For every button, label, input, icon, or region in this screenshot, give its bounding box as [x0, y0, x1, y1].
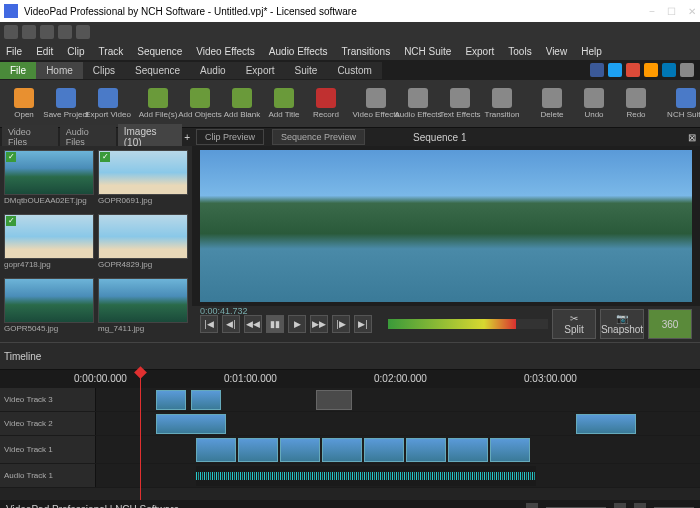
- menu-file[interactable]: File: [6, 46, 22, 57]
- zoom-in-icon[interactable]: [614, 503, 626, 508]
- record-button[interactable]: Record: [306, 82, 346, 126]
- clip[interactable]: [156, 414, 226, 434]
- split-button[interactable]: ✂Split: [552, 309, 596, 339]
- pause-button[interactable]: ▮▮: [266, 315, 284, 333]
- clip[interactable]: [364, 438, 404, 462]
- audio-clip[interactable]: [196, 466, 536, 486]
- tab-clip-preview[interactable]: Clip Preview: [196, 129, 264, 145]
- 360-button[interactable]: 360: [648, 309, 692, 339]
- add-bin-button[interactable]: +: [184, 132, 190, 143]
- time-ruler[interactable]: 0:00:00.000 0:01:00.000 0:02:00.000 0:03…: [74, 372, 696, 386]
- addtitle-button[interactable]: Add Title: [264, 82, 304, 126]
- menu-edit[interactable]: Edit: [36, 46, 53, 57]
- tab-audio[interactable]: Audio: [190, 62, 236, 79]
- clip[interactable]: [490, 438, 530, 462]
- tab-sequence[interactable]: Sequence: [125, 62, 190, 79]
- transition-button[interactable]: Transition: [482, 82, 522, 126]
- preview-close-icon[interactable]: ⊠: [688, 132, 696, 143]
- media-item[interactable]: ✓GOPR0691.jpg: [98, 150, 188, 206]
- prev-frame-button[interactable]: ◀|: [222, 315, 240, 333]
- texteffects-button[interactable]: Text Effects: [440, 82, 480, 126]
- audio-track-1: Audio Track 1: [0, 464, 700, 488]
- menu-track[interactable]: Track: [99, 46, 124, 57]
- clip[interactable]: [196, 438, 236, 462]
- tab-sequence-preview[interactable]: Sequence Preview: [272, 129, 365, 145]
- share-icon[interactable]: [680, 63, 694, 77]
- clip[interactable]: [406, 438, 446, 462]
- track-body[interactable]: [96, 388, 700, 411]
- media-item[interactable]: GOPR4829.jpg: [98, 214, 188, 270]
- audioeffects-button[interactable]: Audio Effects: [398, 82, 438, 126]
- menu-nchsuite[interactable]: NCH Suite: [404, 46, 451, 57]
- menu-transitions[interactable]: Transitions: [342, 46, 391, 57]
- video-preview[interactable]: [200, 150, 692, 302]
- audio-levels: [388, 319, 548, 329]
- menu-clip[interactable]: Clip: [67, 46, 84, 57]
- twitter-icon[interactable]: [608, 63, 622, 77]
- clip[interactable]: [156, 390, 186, 410]
- google-icon[interactable]: [626, 63, 640, 77]
- menu-help[interactable]: Help: [581, 46, 602, 57]
- clip[interactable]: [316, 390, 352, 410]
- clip[interactable]: [280, 438, 320, 462]
- track-body[interactable]: [96, 464, 700, 487]
- addobjects-button[interactable]: Add Objects: [180, 82, 220, 126]
- menu-view[interactable]: View: [546, 46, 568, 57]
- qat-undo-icon[interactable]: [58, 25, 72, 39]
- nchsuite-button[interactable]: NCH Suite: [666, 82, 700, 126]
- qat-save-icon[interactable]: [40, 25, 54, 39]
- menu-audioeffects[interactable]: Audio Effects: [269, 46, 328, 57]
- media-item[interactable]: mg_7411.jpg: [98, 278, 188, 334]
- volume-icon[interactable]: [634, 503, 646, 508]
- qat-redo-icon[interactable]: [76, 25, 90, 39]
- linkedin-icon[interactable]: [662, 63, 676, 77]
- rewind-button[interactable]: ◀◀: [244, 315, 262, 333]
- zoom-out-icon[interactable]: [526, 503, 538, 508]
- rss-icon[interactable]: [644, 63, 658, 77]
- close-button[interactable]: ✕: [688, 6, 696, 17]
- minimize-button[interactable]: −: [649, 6, 655, 17]
- export-button[interactable]: Export Video: [88, 82, 128, 126]
- facebook-icon[interactable]: [590, 63, 604, 77]
- menu-tools[interactable]: Tools: [508, 46, 531, 57]
- media-item[interactable]: ✓gopr4718.jpg: [4, 214, 94, 270]
- tab-export[interactable]: Export: [236, 62, 285, 79]
- maximize-button[interactable]: ☐: [667, 6, 676, 17]
- camera-icon: 📷: [616, 313, 628, 324]
- media-item[interactable]: GOPR5045.jpg: [4, 278, 94, 334]
- menu-videoeffects[interactable]: Video Effects: [196, 46, 255, 57]
- track-body[interactable]: [96, 436, 700, 463]
- videoeffects-button[interactable]: Video Effects: [356, 82, 396, 126]
- save-button[interactable]: Save Project: [46, 82, 86, 126]
- next-frame-button[interactable]: |▶: [332, 315, 350, 333]
- track-body[interactable]: [96, 412, 700, 435]
- tab-suite[interactable]: Suite: [285, 62, 328, 79]
- tab-custom[interactable]: Custom: [327, 62, 381, 79]
- goto-start-button[interactable]: |◀: [200, 315, 218, 333]
- clip[interactable]: [322, 438, 362, 462]
- tab-clips[interactable]: Clips: [83, 62, 125, 79]
- clip[interactable]: [191, 390, 221, 410]
- goto-end-button[interactable]: ▶|: [354, 315, 372, 333]
- qat-new-icon[interactable]: [4, 25, 18, 39]
- redo-icon: [626, 88, 646, 108]
- clip[interactable]: [238, 438, 278, 462]
- clip[interactable]: [576, 414, 636, 434]
- snapshot-button[interactable]: 📷Snapshot: [600, 309, 644, 339]
- fastfwd-button[interactable]: ▶▶: [310, 315, 328, 333]
- tab-home[interactable]: Home: [36, 62, 83, 79]
- redo-button[interactable]: Redo: [616, 82, 656, 126]
- addblank-button[interactable]: Add Blank: [222, 82, 262, 126]
- tab-file[interactable]: File: [0, 62, 36, 79]
- qat-open-icon[interactable]: [22, 25, 36, 39]
- playhead[interactable]: [140, 370, 141, 500]
- menu-sequence[interactable]: Sequence: [137, 46, 182, 57]
- media-item[interactable]: ✓DMqtbOUEAA02ET.jpg: [4, 150, 94, 206]
- undo-button[interactable]: Undo: [574, 82, 614, 126]
- delete-button[interactable]: Delete: [532, 82, 572, 126]
- clip[interactable]: [448, 438, 488, 462]
- menu-export[interactable]: Export: [465, 46, 494, 57]
- addfiles-button[interactable]: Add File(s): [138, 82, 178, 126]
- play-button[interactable]: ▶: [288, 315, 306, 333]
- open-button[interactable]: Open: [4, 82, 44, 126]
